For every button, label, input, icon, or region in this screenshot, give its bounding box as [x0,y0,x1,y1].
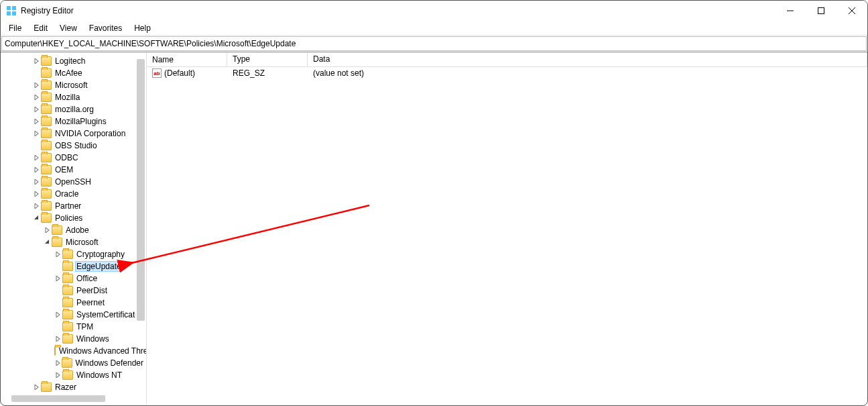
tree-node-odbc[interactable]: ODBC [1,152,146,164]
menu-edit[interactable]: Edit [28,22,53,34]
menu-file[interactable]: File [3,22,27,34]
window-title: Registry Editor [21,6,74,15]
tree-node-label: Mozilla [54,93,81,102]
tree-node-edgeupdate[interactable]: EdgeUpdate [1,260,146,272]
tree-node-nvidia-corporation[interactable]: NVIDIA Corporation [1,128,146,140]
menu-view[interactable]: View [54,22,82,34]
tree-node-adobe[interactable]: Adobe [1,224,146,236]
folder-icon [52,225,62,235]
tree-node-razer[interactable]: Razer [1,381,146,393]
tree-node-office[interactable]: Office [1,272,146,285]
scrollbar-thumb[interactable] [11,395,105,402]
close-button[interactable] [836,1,867,21]
value-name: (Default) [164,68,195,78]
values-pane: Name Type Data ab(Default)REG_SZ(value n… [147,52,867,404]
chevron-right-icon[interactable] [33,203,41,210]
minimize-button[interactable] [775,1,806,21]
chevron-right-icon[interactable] [33,166,41,174]
tree-node-policies[interactable]: Policies [1,212,146,224]
values-body[interactable]: ab(Default)REG_SZ(value not set) [147,67,867,79]
scrollbar-thumb[interactable] [137,59,145,321]
tree-node-windows-defender[interactable]: Windows Defender [1,357,146,369]
folder-icon [41,68,52,78]
svg-rect-2 [7,11,11,15]
chevron-right-icon[interactable] [33,94,41,101]
tree-node-label: Cryptography [75,250,126,259]
value-row[interactable]: ab(Default)REG_SZ(value not set) [147,67,867,79]
chevron-right-icon[interactable] [33,154,41,162]
tree-node-openssh[interactable]: OpenSSH [1,176,146,188]
tree-node-peerdist[interactable]: PeerDist [1,285,146,297]
tree-node-microsoft[interactable]: Microsoft [1,236,146,248]
chevron-right-icon[interactable] [33,118,41,125]
chevron-right-icon[interactable] [33,130,41,138]
folder-icon [41,153,52,162]
tree-node-oracle[interactable]: Oracle [1,188,146,200]
menu-favorites[interactable]: Favorites [84,22,127,34]
window-controls [775,1,867,21]
tree-node-peernet[interactable]: Peernet [1,297,146,309]
chevron-right-icon[interactable] [54,372,62,379]
chevron-right-icon[interactable] [54,336,62,343]
tree-node-cryptography[interactable]: Cryptography [1,248,146,260]
folder-icon [41,213,52,223]
tree-list[interactable]: LogitechMcAfeeMicrosoftMozillamozilla.or… [1,55,146,401]
chevron-right-icon[interactable] [44,227,52,234]
chevron-right-icon[interactable] [54,311,62,319]
tree-node-label: OEM [54,165,74,174]
tree-node-mcafee[interactable]: McAfee [1,67,146,79]
tree-node-oem[interactable]: OEM [1,164,146,176]
column-header-data[interactable]: Data [308,52,867,66]
svg-rect-3 [12,11,16,15]
tree-node-windows[interactable]: Windows [1,333,146,345]
chevron-down-icon[interactable] [44,239,52,246]
tree-node-microsoft[interactable]: Microsoft [1,79,146,91]
tree-node-label: Logitech [54,56,86,66]
tree-node-label: OBS Studio [54,141,99,150]
folder-icon [62,334,73,344]
tree-node-label: Oracle [54,189,80,199]
chevron-right-icon[interactable] [33,384,41,391]
folder-icon [62,286,73,295]
menu-help[interactable]: Help [129,22,156,34]
folder-icon [41,81,52,90]
tree-node-label: Razer [54,383,78,392]
chevron-right-icon[interactable] [54,251,62,258]
folder-icon [62,274,73,283]
tree-horizontal-scrollbar[interactable] [3,393,137,404]
folder-icon [62,322,73,332]
tree-node-windows-nt[interactable]: Windows NT [1,369,146,381]
column-header-type[interactable]: Type [227,52,308,66]
tree-node-obs-studio[interactable]: OBS Studio [1,140,146,152]
address-bar[interactable]: Computer\HKEY_LOCAL_MACHINE\SOFTWARE\Pol… [1,36,867,51]
tree-node-tpm[interactable]: TPM [1,321,146,333]
value-name-cell: ab(Default) [147,68,227,78]
tree-node-windows-advanced-threat-protection[interactable]: Windows Advanced Threat Protection [1,345,146,357]
content-area: LogitechMcAfeeMicrosoftMozillamozilla.or… [1,52,867,404]
tree-node-partner[interactable]: Partner [1,200,146,212]
tree-node-mozilla-org[interactable]: mozilla.org [1,103,146,115]
tree-node-mozillaplugins[interactable]: MozillaPlugins [1,115,146,128]
tree-node-label: McAfee [54,68,84,78]
tree-node-label: ODBC [54,153,80,162]
chevron-right-icon[interactable] [54,360,62,367]
chevron-right-icon[interactable] [33,58,41,65]
chevron-right-icon[interactable] [33,179,41,186]
menubar: File Edit View Favorites Help [1,21,867,36]
chevron-right-icon[interactable] [33,106,41,113]
chevron-right-icon[interactable] [54,275,62,283]
chevron-right-icon[interactable] [33,82,41,89]
folder-icon [62,250,73,259]
chevron-right-icon[interactable] [33,191,41,198]
chevron-down-icon[interactable] [33,215,41,222]
tree-node-mozilla[interactable]: Mozilla [1,91,146,103]
tree-node-logitech[interactable]: Logitech [1,55,146,67]
tree-pane: LogitechMcAfeeMicrosoftMozillamozilla.or… [1,52,147,404]
maximize-button[interactable] [806,1,836,21]
tree-node-label: Windows [75,334,111,344]
folder-icon [52,238,62,247]
tree-vertical-scrollbar[interactable] [135,52,146,327]
column-header-name[interactable]: Name [147,52,227,66]
tree-node-systemcertificates[interactable]: SystemCertificates [1,309,146,321]
svg-rect-5 [818,8,824,14]
